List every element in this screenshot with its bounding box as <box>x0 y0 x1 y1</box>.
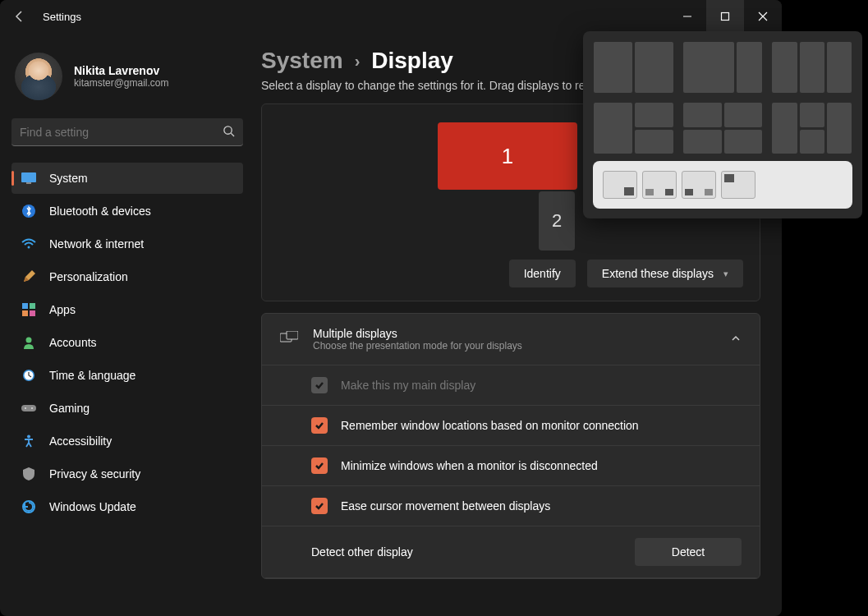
nav-time[interactable]: Time & language <box>11 360 243 391</box>
nav-label: Network & internet <box>49 237 144 251</box>
row-main-display: Make this my main display <box>262 365 760 406</box>
bluetooth-icon <box>21 204 36 218</box>
wifi-icon <box>21 237 36 251</box>
monitor-icon <box>21 171 36 186</box>
breadcrumb-current: Display <box>371 48 453 74</box>
chevron-down-icon: ▾ <box>723 269 728 279</box>
display-mode-dropdown[interactable]: Extend these displays ▾ <box>587 260 743 287</box>
nav-list: System Bluetooth & devices Network & int… <box>11 163 246 522</box>
nav-label: Time & language <box>49 369 135 382</box>
nav-accessibility[interactable]: Accessibility <box>11 425 243 457</box>
minimize-button[interactable] <box>668 0 706 33</box>
row-label: Detect other display <box>311 545 413 559</box>
nav-label: Accounts <box>49 336 97 349</box>
snap-option-3[interactable] <box>771 41 852 94</box>
row-label: Remember window locations based on monit… <box>341 419 639 432</box>
svg-point-7 <box>28 246 30 249</box>
svg-rect-10 <box>22 310 28 316</box>
identify-button[interactable]: Identify <box>509 260 576 287</box>
row-ease-cursor[interactable]: Ease cursor movement between displays <box>262 486 760 526</box>
svg-rect-1 <box>722 13 729 21</box>
profile-email: kitamster@gmail.com <box>74 77 169 89</box>
snap-option-5[interactable] <box>682 102 764 154</box>
profile-block[interactable]: Nikita Lavrenov kitamster@gmail.com <box>11 41 246 118</box>
apps-icon <box>21 302 36 317</box>
nav-system[interactable]: System <box>11 163 243 194</box>
svg-line-3 <box>231 133 234 136</box>
row-remember-locations[interactable]: Remember window locations based on monit… <box>262 406 760 446</box>
svg-point-2 <box>224 126 232 133</box>
nav-label: Gaming <box>49 402 90 415</box>
detect-button[interactable]: Detect <box>635 538 742 566</box>
svg-point-18 <box>27 435 30 439</box>
svg-rect-5 <box>26 182 31 184</box>
snap-option-4[interactable] <box>593 102 674 154</box>
snap-quarter-2[interactable] <box>642 171 677 199</box>
nav-label: Windows Update <box>49 500 136 513</box>
nav-personalization[interactable]: Personalization <box>11 261 243 292</box>
nav-gaming[interactable]: Gaming <box>11 393 243 424</box>
nav-label: Privacy & security <box>49 467 140 480</box>
snap-layouts-flyout[interactable] <box>583 31 862 218</box>
accessibility-icon <box>21 434 36 448</box>
nav-label: Apps <box>49 303 76 316</box>
checkbox[interactable] <box>311 417 328 434</box>
snap-option-2[interactable] <box>682 41 764 94</box>
maximize-button[interactable] <box>706 0 744 33</box>
paint-icon <box>21 269 36 284</box>
displays-icon <box>280 331 298 348</box>
back-button[interactable] <box>11 8 28 25</box>
nav-label: Bluetooth & devices <box>49 205 151 218</box>
titlebar: Settings <box>0 0 782 33</box>
window-title: Settings <box>43 11 81 23</box>
window-controls <box>668 0 782 33</box>
row-minimize-windows[interactable]: Minimize windows when a monitor is disco… <box>262 446 760 486</box>
sidebar: Nikita Lavrenov kitamster@gmail.com Syst… <box>0 33 255 616</box>
monitor-1[interactable]: 1 <box>438 122 577 190</box>
svg-rect-8 <box>22 303 28 309</box>
checkbox <box>311 377 328 393</box>
nav-network[interactable]: Network & internet <box>11 228 243 260</box>
nav-label: Accessibility <box>49 434 112 448</box>
search-icon <box>223 125 235 140</box>
chevron-up-icon <box>730 333 742 347</box>
svg-point-16 <box>25 407 26 409</box>
panel-subtitle: Choose the presentation mode for your di… <box>313 340 715 352</box>
nav-bluetooth[interactable]: Bluetooth & devices <box>11 195 243 227</box>
snap-quarter-1[interactable] <box>603 171 637 199</box>
snap-option-1[interactable] <box>593 41 674 94</box>
panel-header[interactable]: Multiple displays Choose the presentatio… <box>262 314 760 365</box>
snap-quarter-4[interactable] <box>721 171 755 199</box>
profile-name: Nikita Lavrenov <box>74 64 169 77</box>
checkbox[interactable] <box>311 498 328 514</box>
search-input[interactable] <box>20 126 223 139</box>
avatar <box>15 53 62 100</box>
clock-icon <box>21 368 36 383</box>
nav-apps[interactable]: Apps <box>11 294 243 325</box>
svg-point-17 <box>31 407 33 409</box>
row-label: Ease cursor movement between displays <box>341 499 550 513</box>
row-detect: Detect other display Detect <box>262 526 760 578</box>
nav-privacy[interactable]: Privacy & security <box>11 458 243 490</box>
svg-rect-9 <box>30 303 35 309</box>
snap-option-6[interactable] <box>771 102 852 154</box>
nav-accounts[interactable]: Accounts <box>11 327 243 358</box>
row-label: Make this my main display <box>341 379 475 392</box>
gamepad-icon <box>21 401 36 416</box>
person-icon <box>21 335 36 350</box>
close-button[interactable] <box>744 0 782 33</box>
shield-icon <box>21 467 36 481</box>
panel-title: Multiple displays <box>313 327 715 340</box>
checkbox[interactable] <box>311 457 328 474</box>
multiple-displays-panel: Multiple displays Choose the presentatio… <box>261 313 760 579</box>
svg-rect-21 <box>287 331 298 339</box>
monitor-2[interactable]: 2 <box>539 191 575 251</box>
breadcrumb-parent[interactable]: System <box>261 48 343 74</box>
svg-rect-11 <box>30 310 35 316</box>
search-box[interactable] <box>11 118 243 146</box>
nav-update[interactable]: Windows Update <box>11 491 243 522</box>
svg-rect-15 <box>21 405 36 411</box>
nav-label: System <box>49 172 88 185</box>
nav-label: Personalization <box>49 270 128 283</box>
snap-quarter-3[interactable] <box>682 171 716 199</box>
